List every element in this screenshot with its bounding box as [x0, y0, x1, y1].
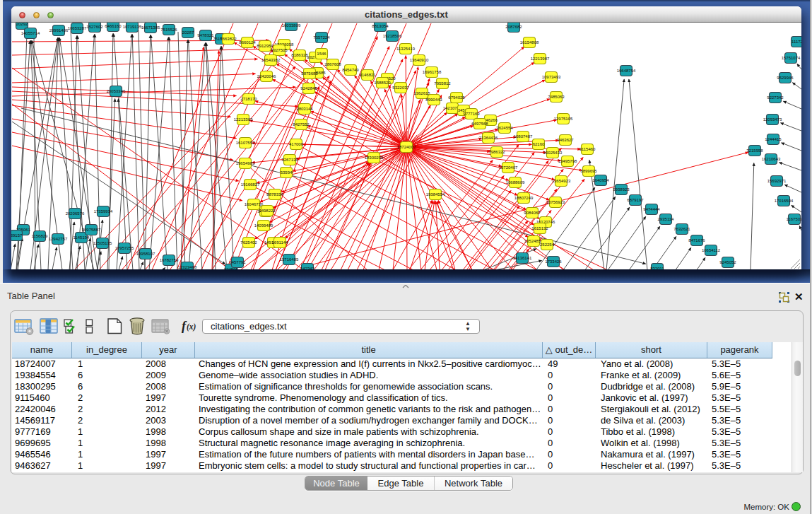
svg-text:7485063: 7485063 [548, 95, 565, 99]
svg-text:12975105: 12975105 [554, 117, 573, 121]
svg-text:5938923: 5938923 [613, 187, 630, 192]
svg-text:16107553: 16107553 [236, 141, 255, 145]
svg-text:20287: 20287 [182, 30, 194, 35]
svg-text:9227342: 9227342 [767, 95, 784, 100]
svg-text:9146821: 9146821 [359, 73, 376, 77]
svg-text:10958107: 10958107 [136, 252, 155, 256]
svg-text:9478321: 9478321 [197, 33, 214, 37]
svg-text:7663822: 7663822 [220, 37, 237, 41]
svg-text:1691144: 1691144 [272, 240, 289, 245]
svg-text:1244415: 1244415 [765, 137, 782, 141]
svg-text:1362615: 1362615 [413, 91, 430, 95]
svg-text:21364436: 21364436 [479, 136, 498, 140]
svg-text:9245052: 9245052 [719, 260, 736, 264]
svg-text:20991406: 20991406 [49, 28, 69, 33]
svg-text:1167533: 1167533 [787, 217, 801, 221]
svg-text:20206576: 20206576 [66, 211, 85, 216]
svg-text:8660124: 8660124 [239, 40, 256, 45]
svg-text:13654923: 13654923 [552, 179, 571, 183]
svg-text:13495798: 13495798 [558, 159, 577, 163]
svg-text:16671385: 16671385 [141, 25, 160, 30]
svg-text:12093473: 12093473 [763, 117, 782, 122]
svg-text:2803144: 2803144 [296, 107, 313, 111]
svg-text:10025433: 10025433 [543, 151, 563, 155]
svg-text:18300295: 18300295 [365, 156, 384, 160]
svg-text:11325419: 11325419 [396, 47, 416, 51]
svg-text:1640954: 1640954 [592, 178, 609, 182]
svg-text:2935114: 2935114 [658, 217, 675, 221]
svg-text:9115460: 9115460 [579, 147, 596, 151]
svg-text:16033809: 16033809 [282, 23, 301, 28]
svg-text:2867608: 2867608 [324, 62, 341, 66]
svg-text:16782759: 16782759 [160, 258, 179, 262]
svg-text:8990443: 8990443 [425, 98, 442, 102]
svg-text:10973493: 10973493 [542, 75, 561, 79]
svg-text:7986322: 7986322 [488, 150, 505, 154]
svg-text:16961758: 16961758 [423, 70, 442, 74]
svg-text:19218506: 19218506 [383, 34, 402, 38]
svg-text:11172: 11172 [792, 40, 801, 44]
svg-text:20292: 20292 [16, 23, 28, 26]
svg-text:7955812: 7955812 [434, 81, 451, 86]
svg-text:39157: 39157 [11, 233, 23, 238]
svg-text:417006: 417006 [289, 142, 304, 146]
svg-text:3267130: 3267130 [281, 158, 298, 162]
svg-text:8186328: 8186328 [291, 53, 308, 57]
svg-text:7515526: 7515526 [160, 28, 177, 32]
svg-text:20053346: 20053346 [107, 89, 126, 93]
svg-text:16543382: 16543382 [261, 58, 281, 62]
svg-text:18724007: 18724007 [397, 145, 416, 149]
svg-text:16154808: 16154808 [520, 40, 539, 45]
svg-text:10653287: 10653287 [68, 26, 87, 30]
svg-text:15716485: 15716485 [280, 257, 299, 262]
svg-text:6497568: 6497568 [471, 122, 488, 126]
svg-text:12505135: 12505135 [93, 241, 112, 245]
svg-text:832011: 832011 [650, 267, 664, 269]
svg-text:18807249: 18807249 [514, 196, 534, 200]
svg-text:14055714: 14055714 [21, 31, 40, 35]
svg-text:1733426: 1733426 [545, 259, 562, 264]
svg-text:10654112: 10654112 [702, 248, 721, 252]
svg-text:2087682: 2087682 [505, 25, 522, 29]
svg-text:9242848: 9242848 [300, 86, 317, 90]
svg-text:9474444: 9474444 [643, 207, 660, 211]
svg-text:53594: 53594 [281, 170, 293, 175]
svg-text:1588520: 1588520 [374, 81, 391, 85]
svg-text:16210643: 16210643 [762, 157, 781, 161]
svg-text:12213987: 12213987 [531, 57, 550, 61]
svg-text:252254: 252254 [540, 243, 555, 247]
svg-text:1156829: 1156829 [32, 234, 49, 238]
svg-text:7632621: 7632621 [673, 227, 690, 231]
svg-text:19384554: 19384554 [426, 192, 445, 197]
svg-text:12213303: 12213303 [234, 117, 253, 122]
svg-text:22420046: 22420046 [257, 74, 276, 78]
svg-text:30975887: 30975887 [82, 228, 101, 232]
svg-text:9777169: 9777169 [463, 112, 480, 116]
svg-text:17957255: 17957255 [115, 246, 134, 250]
svg-text:16648754: 16648754 [617, 69, 636, 73]
svg-text:8878334: 8878334 [266, 192, 283, 197]
svg-text:10756923: 10756923 [546, 200, 565, 204]
svg-text:6879197: 6879197 [627, 198, 644, 202]
svg-text:3215958: 3215958 [746, 148, 763, 153]
svg-text:9084067: 9084067 [524, 211, 541, 215]
svg-text:10719135: 10719135 [123, 25, 142, 29]
svg-text:10807487: 10807487 [514, 134, 533, 139]
svg-text:2718170: 2718170 [240, 97, 257, 101]
svg-text:9457791: 9457791 [229, 260, 246, 264]
svg-text:8813054: 8813054 [372, 24, 389, 28]
svg-text:9529946: 9529946 [777, 76, 794, 80]
svg-text:12323468: 12323468 [178, 265, 197, 269]
svg-text:1615132: 1615132 [531, 226, 548, 230]
svg-text:7625402: 7625402 [240, 240, 257, 245]
svg-text:1546: 1546 [317, 52, 326, 56]
svg-text:1145194: 1145194 [73, 235, 90, 240]
svg-text:142342: 142342 [300, 267, 315, 269]
svg-text:6899695: 6899695 [580, 169, 597, 173]
svg-text:6794028: 6794028 [448, 95, 465, 100]
svg-text:14136141: 14136141 [513, 256, 532, 260]
svg-text:3624554: 3624554 [496, 126, 513, 130]
svg-text:8454749: 8454749 [342, 68, 359, 72]
svg-text:15720407: 15720407 [499, 165, 518, 170]
svg-text:5875685: 5875685 [301, 71, 318, 76]
